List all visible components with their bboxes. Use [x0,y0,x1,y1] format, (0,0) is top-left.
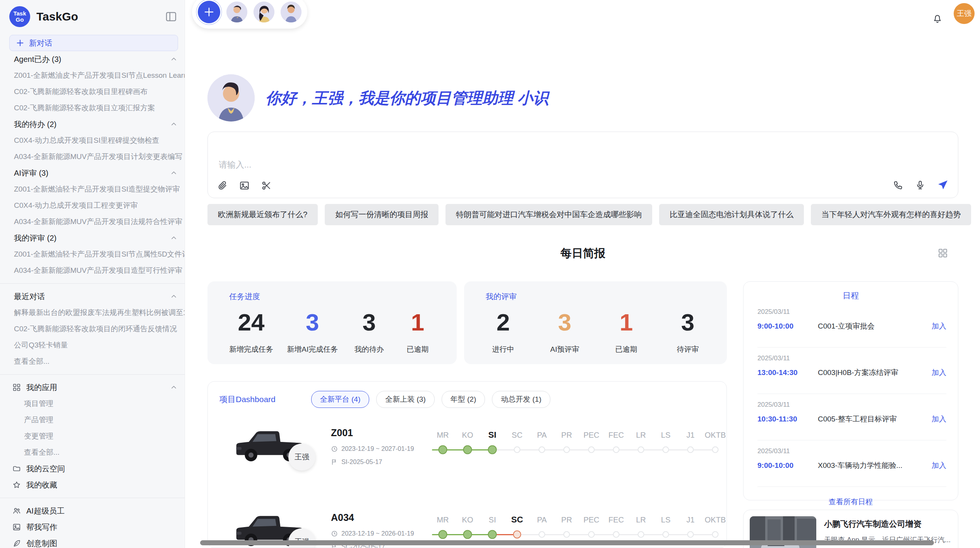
milestone-track: MR KO SI SC PA PR PEC FEC LR LS J1 OKTB [430,429,727,459]
dashboard-grid-icon[interactable] [937,248,948,259]
cloud-folder-icon [12,464,21,473]
horizontal-scrollbar[interactable] [200,540,934,545]
sidebar-item[interactable]: A034-全新新能源MUV产品开发项目造型可行性评审 [0,262,185,279]
sidebar-item[interactable]: C0X4-动力总成开发项目SI里程碑提交物检查 [0,132,185,149]
schedule-event[interactable]: 2025/03/11 10:30-11:30 C005-整车工程目标评审 加入 [744,394,958,434]
sidebar-app-item[interactable]: 项目管理 [0,396,185,412]
milestone-dot [663,447,669,453]
scissors-icon[interactable] [261,180,272,191]
input-toolbar-right [893,179,949,191]
milestone-label: LS [653,514,678,526]
milestone-label: KO [455,514,480,526]
join-link[interactable]: 加入 [932,321,946,331]
conversation-avatar-strip [192,0,307,29]
sidebar-item-my-apps[interactable]: 我的应用 [0,379,185,396]
metric-label: 已逾期 [400,344,435,354]
sidebar-section-ai-review[interactable]: AI评审 (3) [0,165,185,181]
schedule-event[interactable]: 2025/03/11 9:00-10:00 X003-车辆动力学性能验... 加… [744,440,958,480]
sidebar-item-favorites[interactable]: 我的收藏 [0,477,185,493]
bell-icon[interactable] [932,13,943,24]
tab-new-platform[interactable]: 全新平台 (4) [311,391,370,408]
sidebar-item-help-me-write[interactable]: 帮我写作 [0,519,185,535]
avatar[interactable] [226,2,247,22]
sidebar-item[interactable]: Z001-全新燃油轻卡产品开发项目SI节点属性5D文件评审 [0,246,185,262]
send-icon[interactable] [937,179,949,191]
chat-input-placeholder: 请输入... [219,159,251,171]
schedule-event[interactable]: 2025/03/11 9:00-10:00 C001-立项审批会 加入 [744,301,958,341]
metric-label: 进行中 [486,344,521,354]
project-dates-text: 2023-12-19 ~ 2027-01-19 [341,445,414,452]
flag-icon [331,459,338,466]
sidebar-item-ai-super-staff[interactable]: AI超级员工 [0,503,185,519]
avatar[interactable] [254,2,274,22]
sidebar-item-label: 帮我写作 [26,522,57,533]
news-title: 小鹏飞行汽车制造公司增资 [824,519,951,529]
sidebar-item[interactable]: Z001-全新燃油轻卡产品开发项目SI造型提交物评审 [0,181,185,197]
sidebar-section-my-todo[interactable]: 我的待办 (2) [0,116,185,132]
suggestion-chip[interactable]: 比亚迪全固态电池计划具体说了什么 [659,204,804,225]
sidebar-item-cloud-space[interactable]: 我的云空间 [0,461,185,477]
logo-text-bottom: Go [16,17,24,23]
phone-icon[interactable] [893,180,903,190]
chevron-up-icon [170,234,178,242]
sidebar-item[interactable]: C02-飞腾新能源轻客改款项目里程碑画布 [0,84,185,100]
microphone-icon[interactable] [915,180,925,190]
milestone-dots [430,443,727,459]
new-chat-button[interactable]: 新对话 [9,35,178,51]
collapse-sidebar-icon[interactable] [165,11,177,22]
sidebar-item[interactable]: Z001-全新燃油皮卡产品开发项目SI节点Lesson Learn报告 [0,67,185,84]
tab-year-model[interactable]: 年型 (2) [442,391,485,408]
view-all-link[interactable]: 查看全部... [0,353,185,370]
milestone-label: SC [505,429,529,441]
join-link[interactable]: 加入 [932,414,946,424]
suggestion-chip[interactable]: 当下年轻人对汽车外观有怎样的喜好趋势 [811,204,971,225]
view-all-link[interactable]: 查看全部... [0,444,185,461]
tab-new-body[interactable]: 全新上装 (3) [376,391,435,408]
suggestion-chip[interactable]: 特朗普可能对进口汽车增税会对中国车企造成哪些影响 [445,204,652,225]
schedule-event[interactable]: 2025/03/11 13:00-14:30 C003|H0B-方案冻结评审 加… [744,348,958,387]
avatar[interactable] [281,2,302,22]
sidebar-app-item[interactable]: 产品管理 [0,412,185,428]
project-owner-badge: 王强 [288,444,315,471]
join-link[interactable]: 加入 [932,461,946,471]
sidebar-section-agent-done[interactable]: Agent已办 (3) [0,51,185,67]
sidebar-item[interactable]: 公司Q3轻卡销量 [0,337,185,353]
sidebar-item[interactable]: A034-全新新能源MUV产品开发项目法规符合性评审 [0,214,185,230]
paperclip-icon[interactable] [217,180,228,191]
event-name: X003-车辆动力学性能验... [818,461,932,471]
suggestion-chip[interactable]: 欧洲新规最近颁布了什么? [207,204,318,225]
sidebar-item-creative-drawing[interactable]: 创意制图 [0,535,185,548]
join-link[interactable]: 加入 [932,368,946,378]
sidebar-item[interactable]: 解释最新出台的欧盟报废车法规再生塑料比例被调至15%... [0,305,185,321]
chat-input-card[interactable]: 请输入... [207,132,958,198]
metric-label: 待评审 [670,344,705,354]
sidebar-item[interactable]: A034-全新新能源MUV产品开发项目计划变更表编写 [0,149,185,165]
tab-powertrain[interactable]: 动总开发 (1) [492,391,550,408]
metric: 1已逾期 [609,309,644,354]
project-milestone-date: SI-2025-05-17 [331,458,382,466]
milestone-dot [539,447,545,453]
image-icon[interactable] [239,180,250,191]
milestone-label-current: SC [505,514,529,526]
view-all-schedule-link[interactable]: 查看所有日程 [744,497,958,507]
sidebar-header: Task Go TaskGo [0,0,185,29]
sidebar-item[interactable]: C0X4-动力总成开发项目工程变更评审 [0,197,185,214]
user-avatar[interactable]: 王强 [954,3,975,24]
milestone-dot-done [488,445,497,454]
metric: 3待评审 [670,309,705,354]
milestone-label: FEC [604,514,629,526]
new-conversation-button[interactable] [198,1,220,23]
project-milestone-text: SI-2025-05-17 [341,458,382,466]
milestone-label: MR [430,514,455,526]
chevron-up-icon [170,120,178,128]
sidebar-item[interactable]: C02-飞腾新能源轻客改款项目立项汇报方案 [0,100,185,116]
sidebar-app-item[interactable]: 变更管理 [0,428,185,444]
sidebar-section-my-review[interactable]: 我的评审 (2) [0,230,185,246]
project-row[interactable]: 王强 Z001 2023-12-19 ~ 2027-01-19 SI-2025-… [219,420,726,493]
milestone-dot [663,531,669,538]
milestone-label: J1 [678,429,703,441]
sidebar-section-recent-chats[interactable]: 最近对话 [0,288,185,305]
sidebar-item[interactable]: C02-飞腾新能源轻客改款项目的闭环通告反馈情况 [0,321,185,337]
suggestion-chip[interactable]: 如何写一份清晰的项目周报 [325,204,439,225]
milestone-dot-overdue [513,531,521,539]
